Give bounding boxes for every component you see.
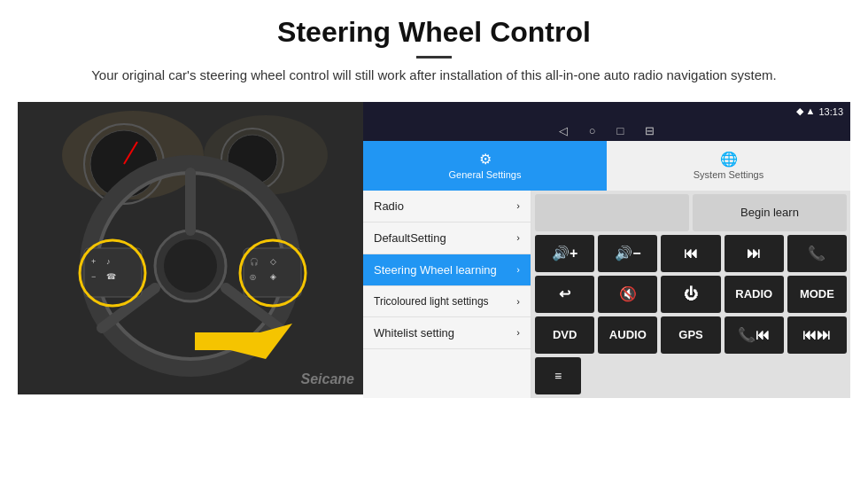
svg-text:◎: ◎ bbox=[250, 273, 256, 281]
chevron-icon-tricoloured: › bbox=[516, 296, 520, 307]
status-bar-right: ◆ ▲ 13:13 bbox=[796, 105, 843, 117]
begin-learn-button[interactable]: Begin learn bbox=[693, 194, 847, 231]
svg-text:🎧: 🎧 bbox=[250, 257, 259, 266]
chevron-icon-steering: › bbox=[516, 264, 520, 275]
menu-grid-button[interactable]: ≡ bbox=[535, 357, 581, 394]
grid-icon: ≡ bbox=[554, 369, 562, 383]
page-header: Steering Wheel Control Your original car… bbox=[0, 0, 868, 93]
android-ui: ◆ ▲ 13:13 ◁ ○ □ ⊟ ⚙ General Settings 🌐 S… bbox=[363, 102, 850, 398]
svg-point-11 bbox=[164, 239, 217, 293]
hang-up-button[interactable]: ↩ bbox=[535, 276, 594, 313]
vol-down-button[interactable]: 🔊− bbox=[598, 235, 657, 272]
menu-item-tricoloured[interactable]: Tricoloured light settings › bbox=[363, 286, 531, 317]
bottom-area: Radio › DefaultSetting › Steering Wheel … bbox=[363, 191, 850, 398]
tabs-row: ⚙ General Settings 🌐 System Settings bbox=[363, 141, 850, 191]
nav-bar: ◁ ○ □ ⊟ bbox=[363, 121, 850, 141]
tab-system-settings[interactable]: 🌐 System Settings bbox=[607, 141, 850, 191]
menu-radio-label: Radio bbox=[374, 199, 516, 213]
recents-icon[interactable]: □ bbox=[617, 124, 624, 138]
mode-button[interactable]: MODE bbox=[787, 276, 847, 313]
gps-button[interactable]: GPS bbox=[661, 316, 720, 354]
system-settings-icon: 🌐 bbox=[720, 151, 738, 168]
tab-general-settings[interactable]: ⚙ General Settings bbox=[363, 141, 607, 191]
menu-item-whitelist[interactable]: Whitelist setting › bbox=[363, 317, 531, 349]
menu-default-label: DefaultSetting bbox=[374, 231, 516, 245]
ctrl-row-top: Begin learn bbox=[535, 194, 847, 231]
page-title: Steering Wheel Control bbox=[35, 16, 833, 49]
ctrl-row-4: ≡ bbox=[535, 357, 847, 394]
ctrl-row-1: 🔊+ 🔊− ⏮ ⏭ 📞 bbox=[535, 235, 847, 272]
chevron-icon-radio: › bbox=[516, 200, 520, 211]
home-icon[interactable]: ○ bbox=[589, 124, 596, 138]
system-settings-label: System Settings bbox=[694, 169, 763, 180]
audio-button[interactable]: AUDIO bbox=[598, 316, 657, 354]
prev-track-button[interactable]: ⏮ bbox=[661, 235, 720, 272]
steering-wheel-image: + − ♪ ☎ 🎧 ◎ ◇ ◈ bbox=[18, 102, 363, 394]
content-area: + − ♪ ☎ 🎧 ◎ ◇ ◈ Seicane ◆ ▲ 13:13 bbox=[18, 102, 850, 398]
car-image-container: + − ♪ ☎ 🎧 ◎ ◇ ◈ Seicane bbox=[18, 102, 363, 394]
menu-steering-label: Steering Wheel learning bbox=[374, 263, 516, 277]
seek-button[interactable]: ⏮⏭ bbox=[787, 316, 847, 354]
mute-button[interactable]: 🔇 bbox=[598, 276, 657, 313]
ctrl-row-3: DVD AUDIO GPS 📞⏮ ⏮⏭ bbox=[535, 316, 847, 354]
back-icon[interactable]: ◁ bbox=[559, 124, 568, 138]
general-settings-icon: ⚙ bbox=[479, 151, 492, 168]
dvd-button[interactable]: DVD bbox=[535, 316, 594, 354]
menu-icon[interactable]: ⊟ bbox=[645, 124, 655, 138]
svg-text:◈: ◈ bbox=[270, 272, 276, 281]
svg-text:−: − bbox=[91, 272, 96, 281]
ctrl-row-2: ↩ 🔇 ⏻ RADIO MODE bbox=[535, 276, 847, 313]
svg-text:◇: ◇ bbox=[270, 257, 276, 266]
general-settings-label: General Settings bbox=[449, 169, 522, 180]
phone-button[interactable]: 📞 bbox=[787, 235, 847, 272]
title-divider bbox=[416, 56, 452, 59]
menu-whitelist-label: Whitelist setting bbox=[374, 326, 516, 340]
menu-item-radio[interactable]: Radio › bbox=[363, 191, 531, 222]
radio-button[interactable]: RADIO bbox=[725, 276, 784, 313]
menu-tricoloured-label: Tricoloured light settings bbox=[374, 295, 516, 308]
svg-rect-28 bbox=[195, 332, 266, 350]
status-bar: ◆ ▲ 13:13 bbox=[363, 102, 850, 121]
next-track-button[interactable]: ⏭ bbox=[725, 235, 784, 272]
signal-icon: ◆ ▲ bbox=[796, 105, 816, 117]
phone-prev-button[interactable]: 📞⏮ bbox=[725, 316, 784, 354]
menu-item-default-setting[interactable]: DefaultSetting › bbox=[363, 222, 531, 254]
menu-list: Radio › DefaultSetting › Steering Wheel … bbox=[363, 191, 531, 398]
time-display: 13:13 bbox=[818, 106, 843, 117]
chevron-icon-whitelist: › bbox=[516, 327, 520, 338]
page-subtitle: Your original car's steering wheel contr… bbox=[35, 66, 833, 86]
watermark: Seicane bbox=[301, 371, 354, 387]
svg-text:☎: ☎ bbox=[106, 272, 116, 281]
ctrl-empty-box bbox=[535, 194, 689, 231]
power-button[interactable]: ⏻ bbox=[661, 276, 720, 313]
svg-text:+: + bbox=[91, 257, 96, 266]
svg-text:♪: ♪ bbox=[106, 257, 111, 266]
chevron-icon-default: › bbox=[516, 232, 520, 243]
menu-item-steering-wheel[interactable]: Steering Wheel learning › bbox=[363, 254, 531, 286]
controls-area: Begin learn 🔊+ 🔊− ⏮ ⏭ bbox=[531, 191, 850, 398]
vol-up-button[interactable]: 🔊+ bbox=[535, 235, 594, 272]
